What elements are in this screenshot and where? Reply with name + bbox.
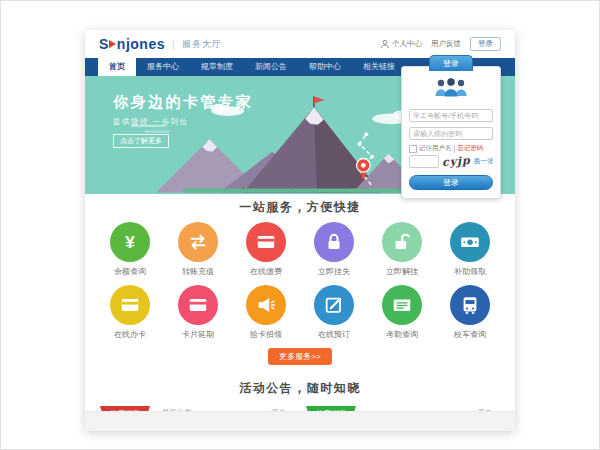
logo-divider: | [172,39,175,50]
logo-text-rest: njones [117,36,165,52]
services-section: 一站服务，方便快捷 ¥ 余额查询 转账充值 [85,194,515,365]
service-label: 立即解挂 [368,266,436,277]
remember-label: 记住用户名 [419,144,452,153]
banknote-icon [459,231,481,253]
captcha-refresh-link[interactable]: 换一张 [474,157,494,166]
service-label: 在线缴费 [232,266,300,277]
login-tab[interactable]: 登录 [429,55,473,71]
service-item-report-loss[interactable]: 立即挂失 [300,222,368,277]
personal-center-label: 个人中心 [392,39,422,49]
bank-card-icon [187,294,209,316]
edit-icon [323,294,345,316]
megaphone-icon [255,294,277,316]
user-feedback-label: 用户反馈 [431,39,461,49]
hero-cta-button[interactable]: 点击了解更多 [113,134,169,148]
password-field[interactable] [409,127,493,140]
logo[interactable]: S njones | 服务大厅 [99,36,222,52]
service-label: 转账充值 [164,266,232,277]
remember-separator: | [454,145,456,152]
captcha-image[interactable]: cyjp [442,154,472,169]
hero-subtitle: 提供捷径 一步到位 [113,117,253,127]
service-label: 在线预订 [300,329,368,340]
bank-card-icon [255,231,277,253]
services-title: 一站服务，方便快捷 [85,200,515,214]
services-grid: ¥ 余额查询 转账充值 [96,222,504,340]
unlock-icon [391,231,413,253]
logo-arrow-icon [109,40,116,48]
service-circle [178,285,218,325]
service-circle [450,222,490,262]
service-item-booking[interactable]: 在线预订 [300,285,368,340]
service-circle [382,285,422,325]
service-item-transfer[interactable]: 转账充值 [164,222,232,277]
service-item-lost-found[interactable]: 拾卡招领 [232,285,300,340]
footer-strip [85,411,515,431]
service-circle [178,222,218,262]
lock-icon [323,231,345,253]
users-icon [409,77,493,101]
service-circle [450,285,490,325]
person-icon [380,39,390,49]
service-item-unfreeze[interactable]: 立即解挂 [368,222,436,277]
nav-item-home[interactable]: 首页 [98,58,136,76]
nav-item-help-center[interactable]: 帮助中心 [298,58,352,76]
service-circle [314,285,354,325]
service-label: 校车查询 [436,329,504,340]
service-item-school-bus[interactable]: 校车查询 [436,285,504,340]
captcha-row: cyjp 换一张 [409,155,493,168]
personal-center-link[interactable]: 个人中心 [380,39,422,49]
logo-text-s: S [99,36,109,52]
list-icon [391,294,413,316]
hero-banner: 你身边的卡管专家 提供捷径 一步到位 点击了解更多 [85,76,515,194]
captcha-field[interactable] [409,155,439,168]
service-label: 拾卡招领 [232,329,300,340]
nav-item-rules[interactable]: 规章制度 [190,58,244,76]
service-circle: ¥ [110,222,150,262]
bank-card-icon [119,294,141,316]
header-login-button[interactable]: 登录 [470,37,501,51]
transfer-arrows-icon [187,231,209,253]
service-circle [246,222,286,262]
remember-checkbox[interactable] [409,145,417,153]
bus-icon [459,294,481,316]
service-circle [382,222,422,262]
username-field[interactable] [409,109,493,122]
service-item-apply-card[interactable]: 在线办卡 [96,285,164,340]
service-item-payment[interactable]: 在线缴费 [232,222,300,277]
service-label: 卡片延期 [164,329,232,340]
user-feedback-link[interactable]: 用户反馈 [431,39,461,49]
announcements-title: 活动公告，随时知晓 [85,381,515,395]
header-user-area: 个人中心 用户反馈 登录 [380,37,501,51]
service-item-balance[interactable]: ¥ 余额查询 [96,222,164,277]
more-services-button[interactable]: 更多服务>> [268,348,331,365]
service-label: 立即挂失 [300,266,368,277]
remember-row: 记住用户名 | 忘记密码 [409,144,493,153]
page-container: S njones | 服务大厅 个人中心 用户反馈 登录 首页 服务中心 规章制… [85,30,515,431]
service-circle [110,285,150,325]
service-label: 在线办卡 [96,329,164,340]
site-subtitle: 服务大厅 [182,38,222,51]
service-label: 补助领取 [436,266,504,277]
service-item-card-renewal[interactable]: 卡片延期 [164,285,232,340]
nav-item-service-center[interactable]: 服务中心 [136,58,190,76]
service-circle [246,285,286,325]
yen-icon: ¥ [125,234,134,251]
service-circle [314,222,354,262]
login-submit-button[interactable]: 登录 [409,175,493,190]
hero-title: 你身边的卡管专家 [113,93,253,112]
service-item-subsidy[interactable]: 补助领取 [436,222,504,277]
forgot-password-link[interactable]: 忘记密码 [457,144,483,153]
top-header: S njones | 服务大厅 个人中心 用户反馈 登录 [85,30,515,58]
nav-item-news[interactable]: 新闻公告 [244,58,298,76]
nav-item-links[interactable]: 相关链接 [352,58,406,76]
login-panel: 登录 记住用户名 | 忘记密码 c [401,66,501,199]
service-label: 余额查询 [96,266,164,277]
hero-text-block: 你身边的卡管专家 提供捷径 一步到位 点击了解更多 [113,93,253,148]
service-item-attendance[interactable]: 考勤查询 [368,285,436,340]
service-label: 考勤查询 [368,329,436,340]
